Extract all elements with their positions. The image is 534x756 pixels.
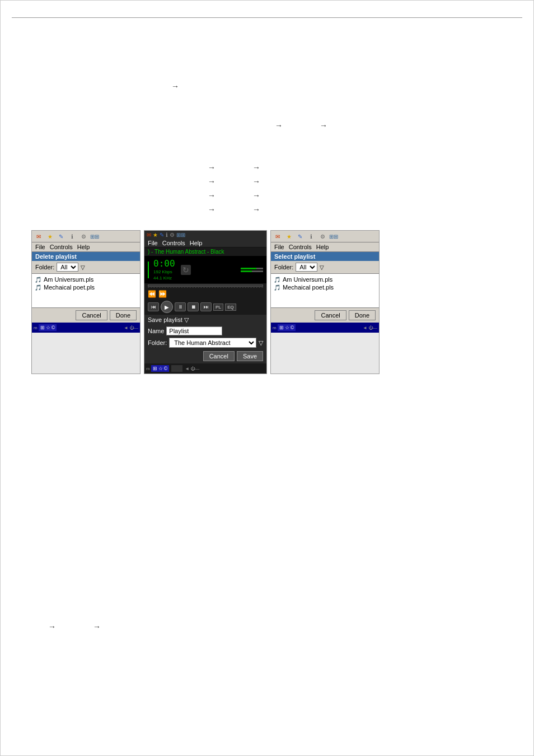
arrow-4a: →	[208, 163, 216, 172]
middle-folder-select[interactable]: The Human Abstract	[169, 338, 256, 348]
left-playlist: 🎵 Am Universum.pls 🎵 Mechaical poet.pls	[32, 274, 140, 307]
right-playlist-item-1[interactable]: 🎵 Am Universum.pls	[273, 276, 377, 283]
seek-forward-icon[interactable]: ⏩	[158, 290, 167, 298]
right-panel-title: Select playlist	[271, 252, 379, 261]
progress-bar[interactable]	[148, 284, 263, 287]
middle-taskbar-item[interactable]: ⊞ ☆ ©	[151, 365, 170, 372]
middle-toolbar: ✉ ★ ✎ ℹ ⚙ ⊞⊞	[144, 231, 266, 239]
vu-meter-left	[148, 262, 149, 278]
volume-slider[interactable]	[241, 268, 263, 269]
right-grid-icon[interactable]: ⊞⊞	[329, 232, 338, 241]
play-button[interactable]: ▶	[161, 301, 173, 313]
arrow-4c: →	[208, 177, 216, 186]
arrow-5: →	[48, 622, 56, 631]
right-info-icon[interactable]: ℹ	[307, 232, 316, 241]
right-star-icon[interactable]: ★	[284, 232, 293, 241]
right-pencil-icon[interactable]: ✎	[296, 232, 305, 241]
right-taskbar: m ⊞ ☆ © ◄ ⏻—	[271, 323, 379, 333]
left-taskbar: m ⊞ ☆ © ◄ ⏻—	[32, 323, 140, 333]
arrow-4h: →	[252, 205, 260, 214]
repeat-shuffle-icons: ↻	[181, 265, 191, 275]
left-menu-controls[interactable]: Controls	[50, 244, 73, 250]
right-folder-row: Folder: All ▽	[271, 261, 379, 274]
right-playlist: 🎵 Am Universum.pls 🎵 Mechaical poet.pls	[271, 274, 379, 307]
winamp-star-icon[interactable]: ★	[153, 232, 158, 238]
right-taskbar-vol: ◄	[363, 325, 367, 330]
middle-cancel-button[interactable]: Cancel	[203, 351, 235, 361]
middle-taskbar-grid: ⊞	[153, 366, 157, 371]
pencil-icon-left[interactable]: ✎	[57, 232, 65, 241]
name-label: Name	[148, 328, 164, 334]
middle-taskbar-vol: ◄	[185, 366, 189, 371]
time-display: 0:00 192 Kbps 44.1 KHz	[153, 258, 175, 281]
left-taskbar-item[interactable]: ⊞ ☆ ©	[39, 324, 57, 331]
envelope-icon[interactable]: ✉	[34, 232, 43, 241]
left-panel: ✉ ★ ✎ ℹ ⚙ ⊞⊞ File Controls Help Delete p…	[31, 230, 140, 374]
right-taskbar-power: ⏻—	[368, 325, 377, 330]
arrow-3: →	[320, 121, 327, 130]
panels-container: ✉ ★ ✎ ℹ ⚙ ⊞⊞ File Controls Help Delete p…	[31, 230, 380, 374]
right-cancel-button[interactable]: Cancel	[315, 310, 346, 320]
left-playlist-item-1[interactable]: 🎵 Am Universum.pls	[34, 276, 138, 283]
right-playlist-item-2[interactable]: 🎵 Mechaical poet.pls	[273, 283, 377, 291]
right-folder-select[interactable]: All	[296, 263, 317, 272]
right-m3u-icon-1: 🎵	[274, 284, 280, 291]
left-folder-row: Folder: All ▽	[32, 261, 140, 274]
gear-icon-left[interactable]: ⚙	[79, 232, 88, 241]
seek-back-icon[interactable]: ⏪	[148, 290, 156, 298]
winamp-pencil-icon[interactable]: ✎	[160, 232, 164, 238]
middle-menu-controls[interactable]: Controls	[162, 240, 185, 246]
balance-slider[interactable]	[241, 270, 263, 272]
star-icon-left[interactable]: ★	[45, 232, 54, 241]
m3u-icon-1: 🎵	[35, 284, 41, 291]
name-row: Name	[144, 325, 266, 337]
next-button[interactable]: ⏭	[200, 302, 212, 311]
stop-button[interactable]: ⏹	[188, 302, 199, 311]
winamp-envelope-icon[interactable]: ✉	[147, 232, 151, 238]
left-playlist-item-2[interactable]: 🎵 Mechaical poet.pls	[34, 283, 138, 291]
name-input[interactable]	[166, 326, 222, 335]
arrow-4e: →	[208, 191, 216, 200]
arrow-1: →	[171, 82, 179, 91]
right-menu-controls[interactable]: Controls	[289, 244, 312, 250]
left-menu-help[interactable]: Help	[77, 244, 90, 250]
bitrate-display: 192 Kbps 44.1 KHz	[153, 269, 175, 281]
prev-button[interactable]: ⏮	[148, 302, 159, 311]
right-envelope-icon[interactable]: ✉	[273, 232, 282, 241]
winamp-gear-icon[interactable]: ⚙	[170, 232, 175, 238]
middle-taskbar: m ⊞ ☆ © ◄ ⏻—	[144, 363, 266, 374]
left-menu-file[interactable]: File	[35, 244, 45, 250]
middle-panel: ✉ ★ ✎ ℹ ⚙ ⊞⊞ File Controls Help ) - The …	[144, 230, 267, 374]
middle-menu-help[interactable]: Help	[190, 240, 203, 246]
left-panel-toolbar: ✉ ★ ✎ ℹ ⚙ ⊞⊞	[32, 231, 140, 242]
arrow-4b: →	[252, 163, 260, 172]
right-menu-file[interactable]: File	[274, 244, 284, 250]
time-counter: 0:00	[153, 258, 175, 269]
middle-menu-file[interactable]: File	[148, 240, 158, 246]
right-taskbar-item[interactable]: ⊞ ☆ ©	[278, 324, 296, 331]
eq-button[interactable]: EQ	[225, 304, 236, 311]
pause-button[interactable]: ⏸	[175, 302, 186, 311]
winamp-info-icon[interactable]: ℹ	[166, 232, 168, 238]
middle-taskbar-m: m	[146, 366, 150, 371]
left-panel-menubar: File Controls Help	[32, 242, 140, 252]
left-cancel-button[interactable]: Cancel	[76, 310, 107, 320]
left-folder-arrow: ▽	[81, 264, 85, 270]
right-gear-icon[interactable]: ⚙	[318, 232, 327, 241]
middle-display: 0:00 192 Kbps 44.1 KHz ↻	[144, 256, 266, 283]
grid-icon-left[interactable]: ⊞⊞	[90, 232, 99, 241]
bottom-divider	[12, 17, 522, 18]
winamp-grid-icon[interactable]: ⊞⊞	[176, 232, 185, 238]
right-done-button[interactable]: Done	[349, 310, 376, 320]
middle-folder-label: Folder:	[148, 339, 167, 346]
left-done-button[interactable]: Done	[110, 310, 137, 320]
right-folder-arrow: ▽	[320, 264, 324, 270]
pl-button[interactable]: PL	[213, 304, 223, 311]
right-menu-help[interactable]: Help	[316, 244, 329, 250]
save-playlist-label: Save playlist ▽	[148, 316, 189, 324]
middle-save-button[interactable]: Save	[237, 351, 263, 361]
info-icon-left[interactable]: ℹ	[68, 232, 77, 241]
left-folder-select[interactable]: All	[57, 263, 78, 272]
left-taskbar-power: ⏻—	[129, 325, 138, 330]
seek-buttons: ⏪ ⏩	[144, 289, 266, 299]
